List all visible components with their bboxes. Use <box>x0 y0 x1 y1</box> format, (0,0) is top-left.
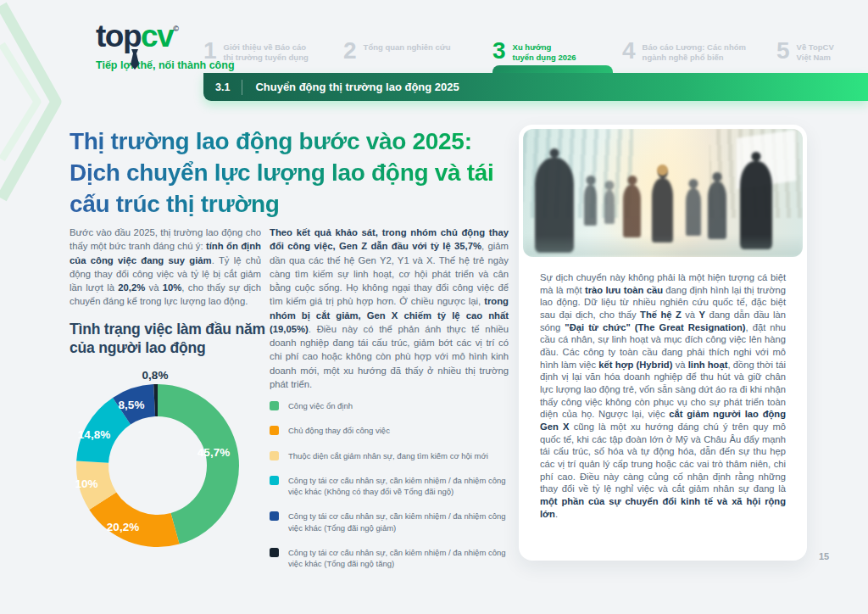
breadcrumb-bar: 3.1 Chuyển động thị trường lao động 2025 <box>203 73 868 101</box>
nav-label-line: Về TopCV <box>797 42 834 53</box>
chevron-decoration <box>0 0 68 212</box>
nav-label: Xu hướngtuyển dụng 2026 <box>513 40 576 64</box>
nav-label: Giới thiệu về Báo cáothị trường tuyển dụ… <box>224 40 309 64</box>
legend-label: Công việc ổn định <box>288 400 353 411</box>
nav-label-line: Báo cáo Lương: Các nhóm <box>643 42 746 53</box>
insight-card: Sự dịch chuyển này không phải là một hiệ… <box>519 125 807 561</box>
legend-item: Công ty tái cơ cấu nhân sự, cần kiêm nhi… <box>270 475 509 498</box>
card-paragraph: Sự dịch chuyển này không phải là một hiệ… <box>540 271 786 520</box>
legend-item: Công ty tái cơ cấu nhân sự, cần kiêm nhi… <box>270 511 509 533</box>
slice-label: 20,2% <box>107 521 139 533</box>
nav-label-line: tuyển dụng 2026 <box>513 53 576 63</box>
slice-label: 14,8% <box>78 428 110 441</box>
legend-label: Chủ động thay đổi công việc <box>288 425 390 436</box>
office-crowd-photo <box>523 129 803 257</box>
chart-legend: Công việc ổn định Chủ động thay đổi công… <box>270 400 509 570</box>
legend-item: Công việc ổn định <box>270 400 509 411</box>
logo-registered-mark: © <box>173 25 177 33</box>
breadcrumb-number: 3.1 <box>203 81 242 93</box>
page-number: 15 <box>819 551 829 561</box>
nav-number: 4 <box>622 40 636 63</box>
legend-label: Công ty tái cơ cấu nhân sự, cần kiêm nhi… <box>288 475 509 498</box>
nav-label-line: Việt Nam <box>797 53 834 63</box>
legend-label: Công ty tái cơ cấu nhân sự, cần kiêm nhi… <box>288 547 509 570</box>
slice-label: 0,8% <box>142 369 169 382</box>
legend-item: Chủ động thay đổi công việc <box>270 425 509 436</box>
legend-swatch <box>270 401 279 410</box>
nav-item-3-active[interactable]: 3 Xu hướngtuyển dụng 2026 <box>492 40 576 64</box>
nav-label: Về TopCVViệt Nam <box>797 40 834 64</box>
nav-label-line: thị trường tuyển dụng <box>224 53 309 63</box>
survey-paragraph: Theo kết quả khảo sát, trong nhóm chủ độ… <box>270 226 509 391</box>
nav-number: 3 <box>492 40 506 63</box>
nav-item-5[interactable]: 5 Về TopCVViệt Nam <box>776 40 834 64</box>
legend-swatch <box>270 548 279 557</box>
page-title: Thị trường lao động bước vào 2025: Dịch … <box>70 126 495 220</box>
donut-chart: 45,7% 20,2% 10% 14,8% 8,5% 0,8% <box>69 363 248 560</box>
breadcrumb-title: Chuyển động thị trường lao động 2025 <box>255 81 459 93</box>
nav-number: 1 <box>203 40 217 63</box>
legend-item: Thuộc diện cắt giảm nhân sự, đang tìm ki… <box>270 450 509 461</box>
nav-label-line: ngành nghề phổ biến <box>643 53 746 63</box>
nav-number: 2 <box>343 40 357 63</box>
nav-label: Tổng quan nghiên cứu <box>364 40 451 53</box>
intro-paragraph: Bước vào đầu 2025, thị trường lao động c… <box>70 226 261 309</box>
slice-label: 10% <box>75 477 97 490</box>
legend-swatch <box>270 451 279 460</box>
legend-label: Thuộc diện cắt giảm nhân sự, đang tìm ki… <box>288 450 488 461</box>
slice-label: 45,7% <box>198 446 230 459</box>
nav-label-line: Tổng quan nghiên cứu <box>364 42 451 53</box>
chart-title: Tình trạng việc làm đầu năm của người la… <box>70 320 290 358</box>
legend-item: Công ty tái cơ cấu nhân sự, cần kiêm nhi… <box>270 547 509 570</box>
person-head <box>657 165 668 176</box>
legend-swatch <box>270 476 279 485</box>
nav-label: Báo cáo Lương: Các nhómngành nghề phổ bi… <box>643 40 746 64</box>
nav-number: 5 <box>776 40 790 63</box>
nav-item-1[interactable]: 1 Giới thiệu về Báo cáothị trường tuyển … <box>203 40 309 64</box>
nav-label-line: Xu hướng <box>513 42 576 53</box>
legend-label: Công ty tái cơ cấu nhân sự, cần kiêm nhi… <box>288 511 509 533</box>
legend-swatch <box>270 426 279 435</box>
logo-top-text: top <box>96 19 141 53</box>
donut-svg <box>69 377 247 555</box>
nav-label-line: Giới thiệu về Báo cáo <box>224 42 309 53</box>
legend-swatch <box>270 511 279 521</box>
logo-cv-text: cv <box>141 19 173 53</box>
nav-item-2[interactable]: 2 Tổng quan nghiên cứu <box>343 40 451 63</box>
report-page: topcv© Tiếp lợi thế, nối thành công 1 Gi… <box>0 0 868 614</box>
breadcrumb-separator <box>242 80 242 95</box>
tie-icon <box>130 49 140 70</box>
photo-ground-shadow <box>523 235 803 257</box>
slice-label: 8,5% <box>119 399 145 411</box>
nav-item-4[interactable]: 4 Báo cáo Lương: Các nhómngành nghề phổ … <box>622 40 746 64</box>
